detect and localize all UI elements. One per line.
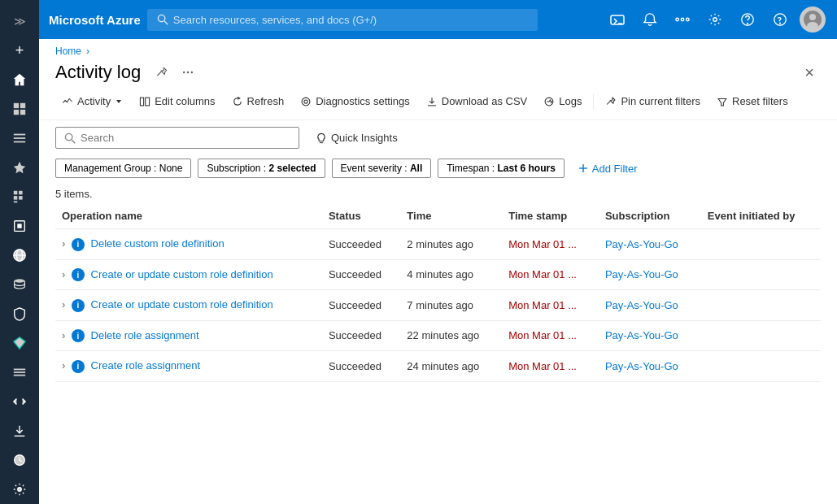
- close-button[interactable]: ×: [798, 63, 821, 82]
- svg-point-43: [191, 72, 193, 73]
- operation-link[interactable]: Create or update custom role definition: [91, 268, 273, 280]
- svg-point-25: [18, 488, 22, 492]
- cell-subscription: Pay-As-You-Go: [599, 351, 701, 382]
- search-field-icon: [64, 133, 76, 144]
- svg-rect-5: [14, 137, 25, 139]
- timespan-filter[interactable]: Timespan : Last 6 hours: [438, 159, 565, 178]
- svg-rect-20: [14, 369, 25, 371]
- cell-time: 7 minutes ago: [400, 290, 502, 321]
- sidebar-grid[interactable]: [0, 182, 39, 211]
- feedback-icon[interactable]: [765, 5, 795, 34]
- reset-filters-button[interactable]: Reset filters: [710, 91, 795, 111]
- sidebar-list[interactable]: [0, 124, 39, 153]
- pin-filters-button[interactable]: Pin current filters: [599, 91, 707, 111]
- sidebar-favorites[interactable]: [0, 153, 39, 182]
- cell-time: 22 minutes ago: [400, 320, 502, 351]
- subscription-link[interactable]: Pay-As-You-Go: [605, 360, 678, 372]
- cell-initiated-by: [701, 351, 821, 382]
- download-csv-button[interactable]: Download as CSV: [420, 91, 534, 111]
- subscription-link[interactable]: Pay-As-You-Go: [605, 238, 678, 250]
- svg-point-18: [15, 279, 25, 283]
- global-search-wrap[interactable]: [147, 9, 538, 31]
- search-input-wrap[interactable]: [55, 127, 299, 149]
- pin-page-button[interactable]: [152, 63, 172, 82]
- info-icon: i: [72, 360, 85, 373]
- help-icon[interactable]: [733, 5, 762, 34]
- table-row[interactable]: › i Delete custom role definition Succee…: [55, 229, 821, 260]
- sidebar-portal[interactable]: [0, 211, 39, 241]
- search-input[interactable]: [81, 132, 290, 144]
- cell-timestamp: Mon Mar 01 ...: [502, 259, 599, 290]
- table-header-row: Operation name Status Time Time stamp Su…: [55, 203, 821, 229]
- sidebar-database[interactable]: [0, 270, 39, 299]
- subscription-filter[interactable]: Subscription : 2 selected: [198, 159, 325, 178]
- search-icon: [157, 14, 168, 25]
- sidebar-dashboard[interactable]: [0, 94, 39, 124]
- table-row[interactable]: › i Create role assignment Succeeded 24 …: [55, 351, 821, 382]
- svg-point-35: [748, 24, 748, 24]
- notifications-icon[interactable]: [635, 5, 665, 34]
- cell-initiated-by: [701, 259, 821, 290]
- avatar-icon[interactable]: [798, 5, 827, 34]
- svg-rect-10: [14, 196, 18, 200]
- refresh-button[interactable]: Refresh: [225, 91, 291, 111]
- logs-button[interactable]: Logs: [537, 91, 588, 111]
- operation-link[interactable]: Delete custom role definition: [91, 237, 225, 250]
- activity-button[interactable]: Activity: [55, 91, 129, 111]
- more-options-button[interactable]: [178, 63, 198, 82]
- event-severity-filter[interactable]: Event severity : All: [332, 159, 432, 178]
- table-row[interactable]: › i Create or update custom role definit…: [55, 259, 821, 290]
- settings-icon[interactable]: [700, 5, 730, 34]
- row-expand-icon[interactable]: ›: [62, 268, 65, 280]
- sidebar-settings[interactable]: [0, 475, 39, 504]
- sidebar-lines[interactable]: [0, 358, 39, 387]
- global-search-input[interactable]: [173, 14, 528, 26]
- toolbar: Activity Edit columns Refresh Diagnostic…: [39, 83, 837, 120]
- sidebar-code[interactable]: [0, 387, 39, 416]
- cell-status: Succeeded: [322, 259, 400, 290]
- row-expand-icon[interactable]: ›: [62, 359, 65, 371]
- sidebar-globe[interactable]: [0, 241, 39, 270]
- info-icon: i: [72, 268, 85, 281]
- row-expand-icon[interactable]: ›: [62, 329, 65, 341]
- breadcrumb: Home ›: [39, 39, 837, 57]
- cell-subscription: Pay-As-You-Go: [599, 320, 701, 351]
- svg-rect-9: [19, 191, 23, 195]
- quick-insights-button[interactable]: Quick Insights: [309, 128, 404, 148]
- sidebar-download[interactable]: [0, 416, 39, 445]
- main-area: Microsoft Azure: [39, 0, 837, 504]
- operation-link[interactable]: Create role assignment: [91, 359, 200, 371]
- row-expand-icon[interactable]: ›: [62, 298, 65, 311]
- add-filter-button[interactable]: Add Filter: [571, 159, 644, 178]
- sidebar-create[interactable]: +: [0, 36, 39, 65]
- sidebar-diamond[interactable]: [0, 328, 39, 358]
- row-expand-icon[interactable]: ›: [62, 237, 65, 250]
- operation-link[interactable]: Delete role assignment: [91, 329, 199, 341]
- breadcrumb-home[interactable]: Home: [55, 46, 81, 57]
- portal-menu-icon[interactable]: [668, 5, 697, 34]
- cell-subscription: Pay-As-You-Go: [599, 290, 701, 321]
- topnav-icons: [603, 5, 827, 34]
- operation-link[interactable]: Create or update custom role definition: [91, 298, 273, 311]
- subscription-link[interactable]: Pay-As-You-Go: [605, 329, 678, 341]
- sidebar-clock[interactable]: [0, 445, 39, 475]
- sidebar-home[interactable]: [0, 65, 39, 94]
- management-group-filter[interactable]: Management Group : None: [55, 159, 191, 178]
- content-area: Home › Activity log × Activity: [39, 39, 837, 504]
- sidebar-expand[interactable]: ≫: [0, 7, 39, 36]
- svg-point-33: [713, 18, 717, 22]
- subscription-link[interactable]: Pay-As-You-Go: [605, 299, 678, 311]
- table-row[interactable]: › i Create or update custom role definit…: [55, 290, 821, 321]
- sidebar-shield[interactable]: [0, 299, 39, 328]
- table-row[interactable]: › i Delete role assignment Succeeded 22 …: [55, 320, 821, 351]
- ellipsis-icon: [181, 66, 194, 79]
- refresh-icon: [232, 96, 243, 107]
- toolbar-divider: [593, 93, 594, 110]
- edit-columns-button[interactable]: Edit columns: [133, 91, 221, 111]
- cloud-shell-icon[interactable]: [603, 5, 632, 34]
- svg-point-41: [183, 72, 185, 73]
- svg-line-53: [72, 140, 75, 143]
- subscription-link[interactable]: Pay-As-You-Go: [605, 268, 678, 280]
- cell-status: Succeeded: [322, 320, 400, 351]
- diagnostics-button[interactable]: Diagnostics settings: [294, 91, 416, 111]
